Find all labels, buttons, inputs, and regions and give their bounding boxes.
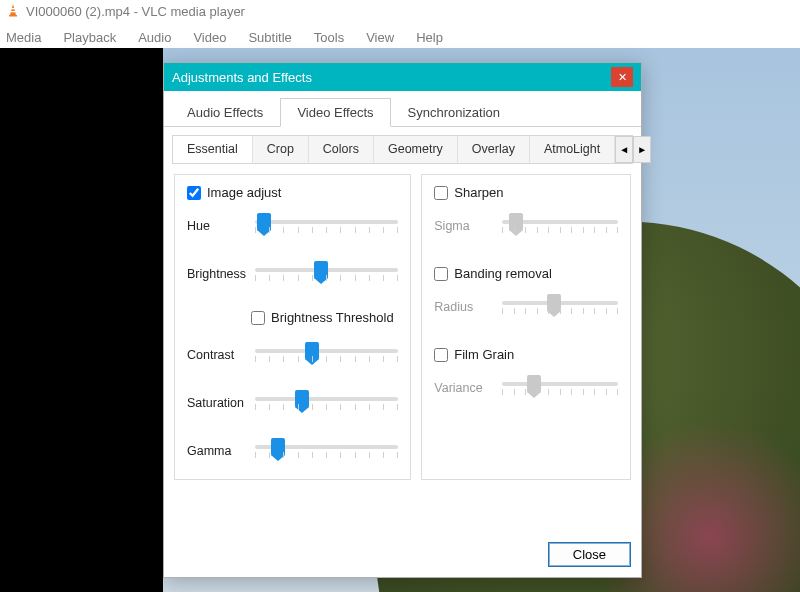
- subtab-crop[interactable]: Crop: [253, 136, 309, 163]
- subtab-essential[interactable]: Essential: [173, 136, 253, 163]
- image-adjust-panel: Image adjust Hue Brightness: [174, 174, 411, 480]
- close-button[interactable]: Close: [548, 542, 631, 567]
- contrast-label: Contrast: [187, 348, 245, 362]
- subtab-colors[interactable]: Colors: [309, 136, 374, 163]
- image-adjust-checkbox-input[interactable]: [187, 186, 201, 200]
- radius-label: Radius: [434, 300, 492, 314]
- video-effects-subtabs: Essential Crop Colors Geometry Overlay A…: [172, 135, 633, 164]
- tab-audio-effects[interactable]: Audio Effects: [170, 98, 280, 127]
- sigma-label: Sigma: [434, 219, 492, 233]
- brightness-threshold-label: Brightness Threshold: [271, 310, 394, 325]
- sharpen-checkbox-input[interactable]: [434, 186, 448, 200]
- tab-synchronization[interactable]: Synchronization: [391, 98, 518, 127]
- banding-removal-checkbox-input[interactable]: [434, 267, 448, 281]
- banding-removal-label: Banding removal: [454, 266, 552, 281]
- hue-label: Hue: [187, 219, 245, 233]
- film-grain-checkbox-input[interactable]: [434, 348, 448, 362]
- banding-removal-checkbox[interactable]: Banding removal: [434, 266, 618, 281]
- dialog-close-button[interactable]: ✕: [611, 67, 633, 87]
- subtab-overlay[interactable]: Overlay: [458, 136, 530, 163]
- effect-category-tabs: Audio Effects Video Effects Synchronizat…: [164, 91, 641, 127]
- gamma-label: Gamma: [187, 444, 245, 458]
- radius-slider[interactable]: [502, 295, 618, 319]
- sharpen-checkbox[interactable]: Sharpen: [434, 185, 618, 200]
- menu-playback[interactable]: Playback: [63, 30, 116, 45]
- menu-video[interactable]: Video: [193, 30, 226, 45]
- close-icon: ✕: [618, 71, 627, 84]
- film-grain-label: Film Grain: [454, 347, 514, 362]
- dialog-titlebar[interactable]: Adjustments and Effects ✕: [164, 63, 641, 91]
- subtab-geometry[interactable]: Geometry: [374, 136, 458, 163]
- film-grain-checkbox[interactable]: Film Grain: [434, 347, 618, 362]
- adjustments-effects-dialog: Adjustments and Effects ✕ Audio Effects …: [163, 62, 642, 578]
- menu-help[interactable]: Help: [416, 30, 443, 45]
- hue-slider[interactable]: [255, 214, 398, 238]
- extra-effects-panel: Sharpen Sigma Banding removal: [421, 174, 631, 480]
- subtab-scroll-right-button[interactable]: ►: [633, 136, 651, 163]
- menu-bar: Media Playback Audio Video Subtitle Tool…: [0, 26, 800, 48]
- window-title: VI000060 (2).mp4 - VLC media player: [26, 4, 245, 19]
- variance-slider[interactable]: [502, 376, 618, 400]
- menu-audio[interactable]: Audio: [138, 30, 171, 45]
- window-titlebar: VI000060 (2).mp4 - VLC media player: [0, 0, 800, 22]
- menu-view[interactable]: View: [366, 30, 394, 45]
- brightness-slider[interactable]: [255, 262, 398, 286]
- image-adjust-checkbox[interactable]: Image adjust: [187, 185, 398, 200]
- subtab-scroll-left-button[interactable]: ◄: [615, 136, 633, 163]
- vlc-cone-icon: [6, 3, 20, 20]
- menu-tools[interactable]: Tools: [314, 30, 344, 45]
- dialog-title: Adjustments and Effects: [172, 70, 312, 85]
- gamma-slider[interactable]: [255, 439, 398, 463]
- brightness-label: Brightness: [187, 267, 245, 281]
- sigma-slider[interactable]: [502, 214, 618, 238]
- tab-video-effects[interactable]: Video Effects: [280, 98, 390, 127]
- svg-rect-1: [9, 15, 17, 17]
- variance-label: Variance: [434, 381, 492, 395]
- menu-media[interactable]: Media: [6, 30, 41, 45]
- saturation-slider[interactable]: [255, 391, 398, 415]
- svg-rect-2: [11, 8, 15, 9]
- contrast-slider[interactable]: [255, 343, 398, 367]
- sharpen-label: Sharpen: [454, 185, 503, 200]
- subtab-atmolight[interactable]: AtmoLight: [530, 136, 615, 163]
- saturation-label: Saturation: [187, 396, 245, 410]
- svg-rect-3: [10, 11, 15, 12]
- svg-marker-0: [10, 4, 16, 15]
- brightness-threshold-checkbox-input[interactable]: [251, 311, 265, 325]
- brightness-threshold-checkbox[interactable]: Brightness Threshold: [251, 310, 398, 325]
- menu-subtitle[interactable]: Subtitle: [248, 30, 291, 45]
- image-adjust-label: Image adjust: [207, 185, 281, 200]
